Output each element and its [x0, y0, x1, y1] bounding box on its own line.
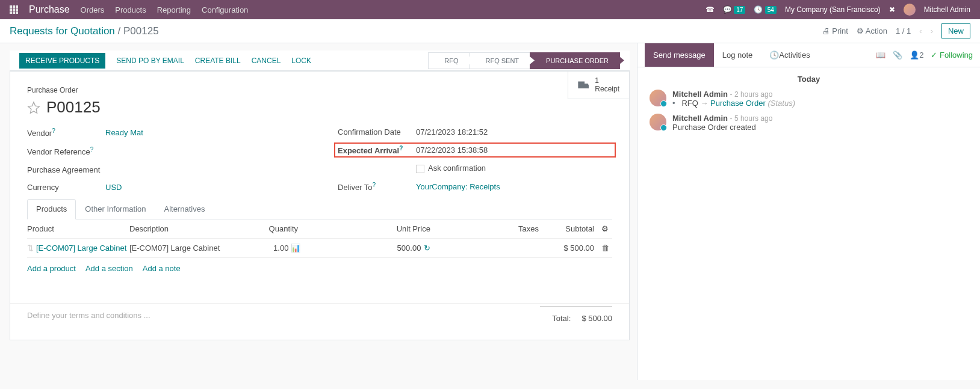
receipt-stat-button[interactable]: 1 Receipt: [568, 72, 629, 99]
activities-button[interactable]: 🕓 Activities: [761, 43, 818, 67]
drag-handle-icon[interactable]: ⇅: [27, 244, 34, 253]
debug-icon[interactable]: ✖: [889, 5, 895, 14]
col-taxes[interactable]: Taxes: [430, 224, 539, 233]
total-label: Total:: [552, 314, 571, 323]
deliver-to-field[interactable]: YourCompany: Receipts: [416, 182, 500, 191]
col-product[interactable]: Product: [27, 224, 129, 233]
add-note-link[interactable]: Add a note: [143, 264, 181, 273]
lock-button[interactable]: LOCK: [291, 57, 311, 65]
terms-input[interactable]: Define your terms and conditions ...: [27, 304, 150, 327]
pager-prev[interactable]: ‹: [919, 26, 922, 35]
line-description[interactable]: [E-COM07] Large Cabinet: [129, 244, 226, 253]
menu-orders[interactable]: Orders: [81, 5, 105, 14]
col-description[interactable]: Description: [129, 224, 226, 233]
col-unit-price[interactable]: Unit Price: [298, 224, 430, 233]
purchase-agreement-label: Purchase Agreement: [27, 165, 105, 174]
message-author[interactable]: Mitchell Admin: [672, 114, 728, 123]
col-settings-icon[interactable]: ⚙: [598, 224, 612, 233]
receipt-label: Receipt: [595, 85, 619, 93]
message-new-value[interactable]: Purchase Order: [710, 99, 766, 108]
total-value: $ 500.00: [581, 314, 612, 323]
action-button[interactable]: ⚙ Action: [857, 26, 887, 35]
cancel-button[interactable]: CANCEL: [252, 57, 281, 65]
line-subtotal: $ 500.00: [539, 244, 598, 253]
breadcrumb-current: P00125: [123, 25, 159, 37]
message-time: - 5 hours ago: [730, 114, 773, 123]
company-switcher[interactable]: My Company (San Francisco): [785, 5, 881, 14]
print-button[interactable]: 🖨 Print: [822, 26, 848, 35]
chat-date-separator: Today: [650, 75, 968, 84]
confirmation-date-field[interactable]: 07/21/2023 18:21:52: [416, 127, 488, 136]
expected-arrival-label: Expected Arrival?: [338, 145, 416, 155]
attachment-icon[interactable]: 📖: [876, 51, 885, 60]
currency-field[interactable]: USD: [105, 183, 122, 192]
menu-reporting[interactable]: Reporting: [157, 5, 191, 14]
status-rfq[interactable]: RFQ: [428, 52, 470, 69]
tab-other-information[interactable]: Other Information: [76, 199, 155, 219]
priority-star-icon[interactable]: [27, 101, 40, 114]
menu-configuration[interactable]: Configuration: [202, 5, 248, 14]
currency-label: Currency: [27, 183, 105, 192]
tab-alternatives[interactable]: Alternatives: [155, 199, 214, 219]
line-price[interactable]: 500.00: [397, 244, 421, 253]
ask-confirmation-text: Ask confirmation: [428, 164, 486, 173]
messages-icon[interactable]: 💬 17: [723, 5, 745, 14]
message-field: RFQ: [681, 99, 698, 108]
send-po-button[interactable]: SEND PO BY EMAIL: [116, 57, 184, 65]
user-avatar[interactable]: [904, 4, 916, 16]
user-name[interactable]: Mitchell Admin: [924, 5, 970, 14]
expected-arrival-highlight: Expected Arrival? 07/22/2023 15:38:58: [334, 142, 616, 158]
phone-icon[interactable]: ☎: [706, 5, 715, 14]
line-product[interactable]: [E-COM07] Large Cabinet: [36, 244, 126, 253]
top-nav: Purchase Orders Products Reporting Confi…: [0, 0, 980, 19]
receive-products-button[interactable]: RECEIVE PRODUCTS: [19, 53, 105, 69]
deliver-to-label: Deliver To?: [338, 182, 416, 192]
following-button[interactable]: ✓ Following: [931, 51, 973, 60]
create-bill-button[interactable]: CREATE BILL: [195, 57, 241, 65]
chatter-panel: Send message Log note 🕓 Activities 📖 📎 👤…: [637, 43, 980, 380]
status-purchase-order[interactable]: PURCHASE ORDER: [530, 52, 620, 69]
message-author[interactable]: Mitchell Admin: [672, 90, 728, 99]
message-avatar[interactable]: [650, 90, 666, 106]
breadcrumb-root[interactable]: Requests for Quotation: [10, 25, 115, 37]
line-qty[interactable]: 1.00: [273, 244, 288, 253]
col-quantity[interactable]: Quantity: [226, 224, 298, 233]
confirmation-date-label: Confirmation Date: [338, 127, 416, 136]
followers-button[interactable]: 👤2: [910, 51, 923, 60]
message-body: Purchase Order created: [672, 123, 772, 132]
paperclip-icon[interactable]: 📎: [893, 51, 902, 60]
vendor-label: Vendor?: [27, 127, 105, 138]
delete-line-icon[interactable]: 🗑: [598, 244, 612, 253]
app-title[interactable]: Purchase: [29, 4, 70, 15]
notebook-tabs: Products Other Information Alternatives: [27, 199, 612, 219]
form-sheet: 1 Receipt Purchase Order P00125 Vendor? …: [10, 71, 630, 340]
ask-confirmation-checkbox[interactable]: [416, 165, 424, 173]
table-row[interactable]: ⇅[E-COM07] Large Cabinet [E-COM07] Large…: [27, 239, 612, 258]
pager: 1 / 1: [896, 26, 911, 35]
add-section-link[interactable]: Add a section: [85, 264, 133, 273]
send-message-button[interactable]: Send message: [645, 43, 714, 67]
add-product-link[interactable]: Add a product: [27, 264, 76, 273]
action-bar: RECEIVE PRODUCTS SEND PO BY EMAIL CREATE…: [10, 51, 630, 71]
status-bar: RFQ RFQ SENT PURCHASE ORDER: [429, 52, 620, 69]
col-subtotal[interactable]: Subtotal: [539, 224, 598, 233]
message-avatar[interactable]: [650, 114, 666, 130]
log-note-button[interactable]: Log note: [714, 43, 761, 67]
refresh-price-icon[interactable]: ↻: [423, 244, 430, 250]
vendor-field[interactable]: Ready Mat: [105, 128, 143, 137]
breadcrumb-bar: Requests for Quotation / P00125 🖨 Print …: [0, 19, 980, 43]
status-rfq-sent[interactable]: RFQ SENT: [469, 52, 530, 69]
chat-message: Mitchell Admin - 2 hours ago • RFQ → Pur…: [650, 90, 968, 108]
truck-icon: [578, 81, 589, 88]
menu-products[interactable]: Products: [115, 5, 146, 14]
tab-products[interactable]: Products: [27, 199, 76, 219]
apps-icon[interactable]: [10, 5, 18, 14]
forecast-icon[interactable]: 📊: [291, 244, 298, 250]
vendor-ref-label: Vendor Reference?: [27, 146, 105, 156]
expected-arrival-field[interactable]: 07/22/2023 15:38:58: [416, 145, 488, 155]
chat-message: Mitchell Admin - 5 hours ago Purchase Or…: [650, 114, 968, 132]
new-button[interactable]: New: [941, 23, 970, 38]
po-number: P00125: [46, 98, 101, 117]
pager-next[interactable]: ›: [931, 26, 933, 35]
activities-icon[interactable]: 🕓 54: [754, 5, 776, 14]
